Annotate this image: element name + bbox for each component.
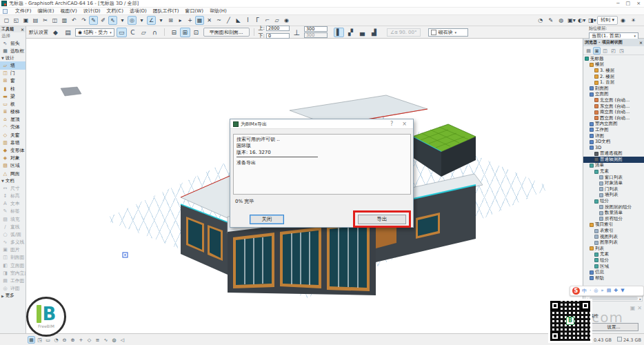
tree-item[interactable]: 北立面 (自动... (583, 97, 644, 103)
zoom-out-icon[interactable]: ⊖ (61, 336, 68, 344)
zoom-in-icon[interactable]: ⊕ (69, 336, 77, 344)
tool-item[interactable]: ◠ 壳体 (0, 124, 26, 131)
tree-item[interactable]: 南立面 (自动... (583, 109, 644, 115)
ime-icon[interactable]: ▼ (621, 288, 624, 295)
marquee-options-icon[interactable]: ▾ (137, 16, 146, 25)
sun-icon[interactable]: ☀ (629, 16, 638, 25)
tree-item[interactable]: 3D (583, 145, 644, 151)
home-story-select[interactable]: 当前(1. 首层)▾ (589, 32, 638, 39)
zoom-window-icon[interactable]: ▭ (44, 336, 52, 344)
wall-straight-icon[interactable]: ▭ (117, 28, 127, 37)
ime-icon[interactable]: » (601, 288, 603, 295)
tree-item[interactable]: 帮助 (583, 275, 644, 282)
tree-item[interactable]: 项目索引 (583, 222, 644, 228)
ref-line-center-icon[interactable]: ▞ (345, 28, 356, 37)
project-chooser-icon[interactable]: ▤ (585, 47, 592, 55)
scroll-right-icon[interactable]: ▸ (639, 297, 641, 301)
tree-item[interactable]: 3D文档 (583, 139, 644, 145)
tool-item[interactable]: ▮ 柱 (0, 85, 26, 92)
grid-snap-icon[interactable]: ⊞ (166, 16, 175, 25)
walk-icon[interactable]: + (77, 336, 85, 344)
scroll-thumb[interactable] (590, 297, 638, 300)
complex-profile-icon[interactable]: ⊞ (180, 28, 190, 37)
new-document-icon[interactable]: ▢ (2, 16, 11, 25)
menu-item[interactable]: 视图(V) (60, 8, 77, 14)
copy-icon[interactable]: ◫ (50, 16, 59, 25)
minimize-button[interactable]: ─ (616, 1, 619, 6)
tree-item[interactable]: 室内立面图 (583, 121, 644, 128)
tree-item[interactable]: 组分 (583, 257, 644, 264)
export-button[interactable]: 导出 (358, 215, 406, 224)
wall-trapezoid-icon[interactable]: ▱ (139, 28, 149, 37)
sogou-icon[interactable]: S (572, 287, 580, 295)
previous-zoom-icon[interactable]: ∿ (102, 336, 110, 344)
tool-item[interactable]: ▨ 填充 (0, 215, 26, 223)
pan-icon[interactable]: ◔ (52, 336, 60, 344)
markup-icon[interactable]: ✎ (546, 16, 555, 25)
tool-item[interactable]: ▭ 板 (0, 100, 26, 108)
document-section-label[interactable]: 文档 (6, 178, 14, 184)
tree-item[interactable]: 列表 (583, 246, 644, 252)
tool-item[interactable]: ▥ 幕墙 (0, 139, 26, 146)
tree-item[interactable]: 工作图 (583, 127, 644, 133)
split-icon[interactable]: ╱ (224, 16, 233, 25)
tool-item[interactable]: ⌂ 屋顶 (0, 116, 26, 124)
tree-item[interactable]: 区域 (583, 264, 644, 270)
tree-item[interactable]: 普通透视图 (583, 151, 644, 157)
inject-parameters-icon[interactable]: ✐ (99, 16, 108, 25)
tree-item[interactable]: 表索引 (583, 228, 644, 234)
ime-icon[interactable]: ▤ (607, 288, 612, 295)
layout-book-icon[interactable]: ◰ (610, 47, 617, 55)
groups-icon[interactable]: ▦ (195, 16, 204, 25)
tool-item[interactable]: ◈ 对象 (0, 155, 26, 162)
menu-item[interactable]: 文档(C) (107, 8, 123, 14)
menu-item[interactable]: 选项(O) (130, 8, 147, 14)
tree-item[interactable]: 对象清单 (583, 180, 644, 186)
tree-item[interactable]: 组分 (583, 198, 644, 204)
project-map-icon[interactable]: ▣ (593, 47, 601, 55)
tree-item[interactable]: 楼层 (583, 62, 644, 68)
sogou-ime-bar[interactable]: S 中·◎»▤✚▼ (570, 286, 644, 296)
gravity-icon[interactable]: ▸ (176, 16, 185, 25)
save-icon[interactable]: ▣ (21, 16, 30, 25)
tree-item[interactable]: 无标题 (583, 56, 644, 62)
publisher-icon[interactable]: ◳ (618, 47, 625, 55)
help-icon[interactable]: ? (387, 121, 396, 127)
paste-icon[interactable]: ▥ (60, 16, 69, 25)
marquee-icon[interactable]: ◎ (128, 16, 137, 25)
tool-item[interactable]: ◆ 变形体 (0, 146, 26, 154)
tree-item[interactable]: 详图 (583, 133, 644, 139)
menu-item[interactable]: 编辑(E) (38, 8, 54, 14)
menu-item[interactable]: 文件(F) (15, 8, 32, 14)
more-section-label[interactable]: 更多 (6, 293, 14, 299)
offset-icon[interactable]: ⌐ (263, 16, 272, 25)
toolbox-close-icon[interactable]: × (21, 27, 24, 32)
tree-item[interactable]: 立面图 (583, 92, 644, 98)
tool-item[interactable]: ⇖ 箭头 (0, 39, 26, 47)
design-section-label[interactable]: 设计 (6, 55, 14, 61)
tree-item[interactable]: 窗口列表 (583, 175, 644, 181)
tool-item[interactable]: A 文本 (0, 200, 26, 208)
open-file-icon[interactable]: ◱ (12, 16, 21, 25)
tool-item[interactable]: ▬ 梁 (0, 92, 26, 100)
tool-item[interactable]: ⊞ 窗 (0, 77, 26, 85)
redo-icon[interactable]: ↷ (79, 16, 88, 25)
view-map-icon[interactable]: ◫ (601, 47, 609, 55)
close-dialog-button[interactable]: 关闭 (250, 215, 284, 224)
ungroup-icon[interactable]: ✕ (205, 16, 214, 25)
settings-button[interactable]: 设置... (589, 323, 638, 331)
maximize-button[interactable]: □ (626, 1, 631, 6)
layer-structure-combo[interactable]: ◉ 结构 - 受力▾ (75, 28, 114, 37)
orbit-icon[interactable]: ▦ (28, 336, 35, 344)
navigator-close-icon[interactable]: × (639, 40, 643, 45)
tree-item[interactable]: 元素 (583, 252, 644, 258)
tree-item[interactable]: 数量清单 (583, 210, 644, 216)
rotate-icon[interactable]: ◉ (282, 16, 291, 25)
print-icon[interactable]: ▤ (31, 16, 40, 25)
guide-lines-icon[interactable]: ∠ (147, 16, 156, 25)
tree-item[interactable]: 墙列表 (583, 193, 644, 199)
tool-item[interactable]: ▤ 工作图 (0, 277, 26, 284)
dialog-close-icon[interactable]: × (399, 121, 410, 127)
tree-item[interactable]: 信息 (583, 269, 644, 275)
tool-item[interactable]: ▨ 区域 (0, 162, 26, 170)
